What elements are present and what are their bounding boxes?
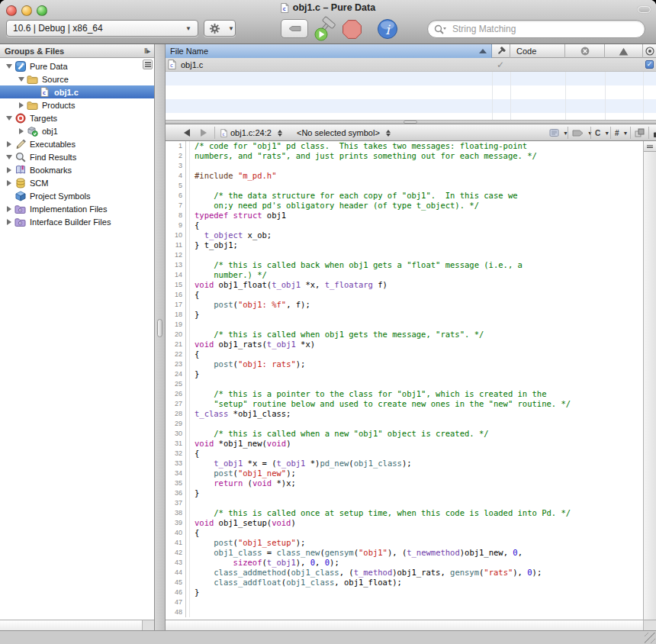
column-header-build[interactable] [492, 44, 510, 58]
disclosure-triangle[interactable] [5, 206, 14, 212]
line-number[interactable]: 24 [166, 369, 186, 379]
line-number[interactable]: 21 [166, 340, 186, 349]
sidebar-item-implementation-files[interactable]: Implementation Files [0, 202, 154, 215]
sidebar-item-products[interactable]: Products [0, 98, 154, 111]
zoom-button[interactable] [37, 5, 47, 16]
splitter-drag-handle[interactable] [157, 319, 162, 337]
sidebar-item-targets[interactable]: Targets [0, 111, 154, 124]
line-number[interactable]: 43 [166, 558, 186, 568]
line-number[interactable]: 20 [166, 330, 186, 340]
line-number[interactable]: 1 [166, 141, 186, 151]
line-number[interactable]: 12 [166, 250, 186, 260]
groups-and-files-tree[interactable]: Pure DataSourcecobj1.cProductsTargetsobj… [0, 58, 154, 620]
line-number[interactable]: 48 [166, 607, 186, 617]
target-membership-checkbox[interactable]: ✓ [645, 60, 654, 69]
disclosure-triangle[interactable] [5, 155, 14, 159]
line-number[interactable]: 16 [166, 290, 186, 300]
line-number[interactable]: 39 [166, 518, 186, 528]
sidebar-item-find-results[interactable]: Find Results [0, 150, 154, 163]
action-gear-menu[interactable]: ▼ [204, 20, 236, 37]
line-number[interactable]: 5 [166, 181, 186, 191]
line-number[interactable]: 41 [166, 538, 186, 548]
line-number[interactable]: 26 [166, 389, 186, 399]
line-number[interactable]: 18 [166, 310, 186, 320]
line-number[interactable]: 37 [166, 498, 186, 508]
disclosure-triangle[interactable] [5, 167, 14, 173]
line-number[interactable]: 33 [166, 459, 186, 469]
build-configuration-popup[interactable]: 10.6 | Debug | x86_64 ▼ [6, 20, 198, 37]
line-number[interactable]: 29 [166, 419, 186, 429]
symbol-popup[interactable]: <No selected symbol> [297, 124, 391, 141]
disclosure-triangle[interactable] [5, 180, 14, 186]
disclosure-triangle[interactable] [17, 102, 26, 108]
sidebar-item-scm[interactable]: SCM [0, 176, 154, 189]
column-header-errors[interactable] [565, 44, 605, 58]
line-number[interactable]: 7 [166, 201, 186, 211]
sidebar-item-source[interactable]: Source [0, 72, 154, 85]
sidebar-item-executables[interactable]: Executables [0, 137, 154, 150]
forward-button[interactable] [201, 124, 207, 141]
line-number[interactable]: 40 [166, 528, 186, 538]
disclosure-triangle[interactable] [5, 141, 14, 147]
line-number[interactable]: 4 [166, 171, 186, 181]
line-number[interactable]: 27 [166, 399, 186, 409]
build-and-run-button[interactable] [310, 15, 340, 43]
sidebar-splitter[interactable] [154, 44, 166, 630]
line-number[interactable]: 14 [166, 270, 186, 280]
editor-scrollbar-track[interactable] [643, 141, 656, 620]
magnifier-icon[interactable] [434, 24, 447, 34]
line-number[interactable]: 45 [166, 578, 186, 588]
splitter-drag-handle[interactable] [404, 121, 417, 124]
line-number[interactable]: 13 [166, 260, 186, 270]
marker-menu-button[interactable]: ▼ [572, 124, 593, 141]
line-number[interactable]: 10 [166, 230, 186, 240]
line-number[interactable]: 44 [166, 568, 186, 578]
hash-menu-button[interactable]: # ▼ [615, 124, 629, 141]
editor-horizontal-scrollbar[interactable] [166, 620, 643, 630]
line-number[interactable]: 15 [166, 280, 186, 290]
line-number[interactable]: 47 [166, 597, 186, 607]
counterpart-file-button[interactable] [635, 124, 645, 141]
disclosure-triangle[interactable] [5, 64, 14, 69]
splitter-toggle-icon[interactable]: ‖▸ [144, 47, 150, 55]
window-resize-grip[interactable] [645, 633, 655, 643]
line-number[interactable]: 34 [166, 469, 186, 478]
line-number[interactable]: 31 [166, 439, 186, 449]
line-number[interactable]: 9 [166, 221, 186, 230]
line-number[interactable]: 3 [166, 161, 186, 171]
edit-lock-button[interactable] [652, 124, 656, 141]
sidebar-item-pure-data[interactable]: Pure Data [0, 60, 154, 72]
column-header-target[interactable] [643, 44, 656, 58]
sidebar-horizontal-scrollbar[interactable] [0, 620, 142, 630]
disclosure-triangle[interactable] [17, 77, 26, 82]
info-button[interactable]: i [376, 18, 398, 40]
line-number[interactable]: 22 [166, 349, 186, 359]
stop-button[interactable] [341, 18, 362, 40]
line-number[interactable]: 46 [166, 588, 186, 597]
bookmarks-menu-button[interactable]: ▼ [549, 124, 568, 141]
line-number[interactable]: 38 [166, 508, 186, 518]
column-header-code[interactable]: Code [510, 44, 565, 58]
line-number[interactable]: 35 [166, 478, 186, 488]
sidebar-item-interface-builder-files[interactable]: Interface Builder Files [0, 215, 154, 228]
column-header-warnings[interactable] [605, 44, 643, 58]
split-editor-button[interactable] [644, 141, 656, 152]
disclosure-triangle[interactable] [5, 116, 14, 121]
class-menu-button[interactable]: C ▼ [595, 124, 609, 141]
line-number[interactable]: 6 [166, 191, 186, 201]
disclosure-triangle[interactable] [5, 219, 14, 225]
line-number[interactable]: 36 [166, 488, 186, 498]
sidebar-item-obj1[interactable]: obj1 [0, 124, 154, 137]
scrollbar-style-button[interactable] [143, 60, 153, 69]
minimize-button[interactable] [21, 5, 32, 16]
line-number[interactable]: 11 [166, 240, 186, 250]
sidebar-item-bookmarks[interactable]: Bookmarks [0, 163, 154, 176]
sidebar-item-obj1-c[interactable]: cobj1.c [0, 85, 154, 98]
search-field[interactable] [427, 20, 645, 38]
line-number[interactable]: 30 [166, 429, 186, 439]
search-input[interactable] [451, 23, 638, 35]
column-header-file-name[interactable]: File Name [166, 44, 492, 58]
line-number[interactable]: 17 [166, 300, 186, 310]
back-button[interactable] [184, 124, 190, 141]
source-code-editor[interactable]: 1/* code for "obj1" pd class. This takes… [166, 141, 643, 620]
